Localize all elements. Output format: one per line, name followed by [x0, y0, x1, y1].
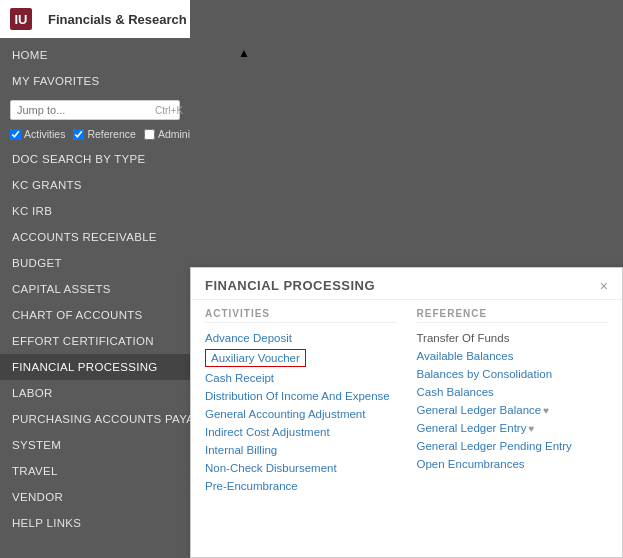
link-non-check-disbursement[interactable]: Non-Check Disbursement: [205, 459, 397, 477]
heart-icon-2: ♥: [528, 423, 534, 434]
sidebar-item-purchasing[interactable]: PURCHASING ACCOUNTS PAYABLES: [0, 406, 190, 432]
link-general-accounting-adjustment[interactable]: General Accounting Adjustment: [205, 405, 397, 423]
link-pre-encumbrance[interactable]: Pre-Encumbrance: [205, 477, 397, 495]
link-auxiliary-voucher[interactable]: Auxiliary Voucher: [205, 349, 306, 367]
administration-checkbox[interactable]: [144, 129, 155, 140]
main-content: ▲ FINANCIAL PROCESSING × ACTIVITIES Adva…: [190, 0, 623, 558]
link-general-ledger-balance[interactable]: General Ledger Balance: [417, 401, 542, 419]
sidebar-item-labor[interactable]: LABOR: [0, 380, 190, 406]
sidebar-item-system[interactable]: SYSTEM: [0, 432, 190, 458]
sidebar-item-financial-processing[interactable]: FINANCIAL PROCESSING: [0, 354, 190, 380]
reference-header: REFERENCE: [417, 308, 609, 323]
sidebar-header: IU Financials & Research: [0, 0, 190, 38]
reference-checkbox-label[interactable]: Reference: [73, 128, 135, 140]
flyout-panel: FINANCIAL PROCESSING × ACTIVITIES Advanc…: [190, 267, 623, 558]
sidebar-item-capital-assets[interactable]: CAPITAL ASSETS: [0, 276, 190, 302]
jump-to-container[interactable]: Ctrl+K: [10, 100, 180, 120]
sidebar: IU Financials & Research HOME MY FAVORIT…: [0, 0, 190, 558]
activities-header: ACTIVITIES: [205, 308, 397, 323]
activities-checkbox-label[interactable]: Activities: [10, 128, 65, 140]
jump-to-input[interactable]: [17, 104, 155, 116]
link-available-balances[interactable]: Available Balances: [417, 347, 609, 365]
sidebar-item-vendor[interactable]: VENDOR: [0, 484, 190, 510]
flyout-header: FINANCIAL PROCESSING ×: [191, 268, 622, 300]
link-advance-deposit[interactable]: Advance Deposit: [205, 329, 397, 347]
sidebar-item-budget[interactable]: BUDGET: [0, 250, 190, 276]
link-internal-billing[interactable]: Internal Billing: [205, 441, 397, 459]
sidebar-item-chart-of-accounts[interactable]: CHART OF ACCOUNTS: [0, 302, 190, 328]
app-title: Financials & Research: [48, 12, 187, 27]
jump-to-shortcut: Ctrl+K: [155, 105, 183, 116]
link-cash-receipt[interactable]: Cash Receipt: [205, 369, 397, 387]
flyout-body: ACTIVITIES Advance Deposit Auxiliary Vou…: [191, 300, 622, 503]
link-general-ledger-pending-entry[interactable]: General Ledger Pending Entry: [417, 437, 609, 455]
activities-column: ACTIVITIES Advance Deposit Auxiliary Vou…: [205, 308, 397, 495]
link-balances-by-consolidation[interactable]: Balances by Consolidation: [417, 365, 609, 383]
sidebar-nav: HOME MY FAVORITES Ctrl+K Activities Refe…: [0, 38, 190, 536]
link-cash-balances[interactable]: Cash Balances: [417, 383, 609, 401]
cursor-indicator: ▲: [238, 46, 250, 64]
sidebar-item-home[interactable]: HOME: [0, 42, 190, 68]
sidebar-item-accounts-receivable[interactable]: ACCOUNTS RECEIVABLE: [0, 224, 190, 250]
iu-logo: IU: [10, 8, 32, 30]
link-open-encumbrances[interactable]: Open Encumbrances: [417, 455, 609, 473]
sidebar-item-effort-certification[interactable]: EFFORT CERTIFICATION: [0, 328, 190, 354]
link-general-ledger-entry[interactable]: General Ledger Entry: [417, 419, 527, 437]
activities-checkbox[interactable]: [10, 129, 21, 140]
sidebar-item-help-links[interactable]: HELP LINKS: [0, 510, 190, 536]
reference-column: REFERENCE Transfer Of Funds Available Ba…: [417, 308, 609, 495]
sidebar-item-my-favorites[interactable]: MY FAVORITES: [0, 68, 190, 94]
link-transfer-of-funds[interactable]: Transfer Of Funds: [417, 329, 609, 347]
sidebar-item-travel[interactable]: TRAVEL: [0, 458, 190, 484]
flyout-close-button[interactable]: ×: [600, 279, 608, 293]
sidebar-item-kc-grants[interactable]: KC GRANTS: [0, 172, 190, 198]
filter-checkboxes: Activities Reference Administration: [0, 126, 190, 146]
heart-icon-1: ♥: [543, 405, 549, 416]
flyout-title: FINANCIAL PROCESSING: [205, 278, 375, 293]
sidebar-item-doc-search[interactable]: DOC SEARCH BY TYPE: [0, 146, 190, 172]
link-indirect-cost-adjustment[interactable]: Indirect Cost Adjustment: [205, 423, 397, 441]
reference-checkbox[interactable]: [73, 129, 84, 140]
sidebar-item-kc-irb[interactable]: KC IRB: [0, 198, 190, 224]
link-distribution-income-expense[interactable]: Distribution Of Income And Expense: [205, 387, 397, 405]
